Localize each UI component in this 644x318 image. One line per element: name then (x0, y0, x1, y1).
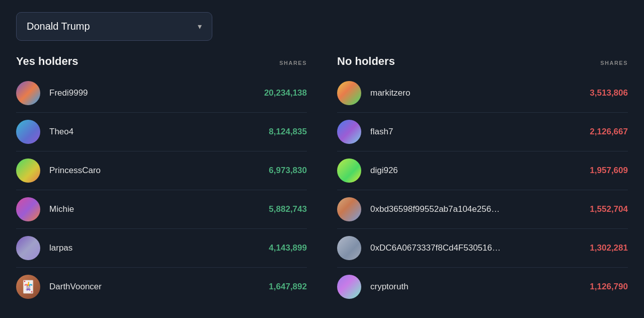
holder-name: PrincessCaro (49, 166, 180, 176)
avatar (337, 81, 361, 105)
table-row[interactable]: Theo48,124,835 (16, 113, 307, 151)
holder-shares: 8,124,835 (269, 127, 307, 137)
holder-name: 0xDC6A0673337f8Cd4F530516473 (370, 243, 501, 253)
table-row[interactable]: Michie5,882,743 (16, 190, 307, 229)
avatar (16, 197, 40, 221)
holder-shares: 1,126,790 (590, 282, 628, 292)
holder-name: Michie (49, 204, 180, 214)
holder-shares: 2,126,667 (590, 127, 628, 137)
holder-shares: 3,513,806 (590, 88, 628, 98)
yes-column-title: Yes holders (16, 55, 78, 68)
holder-name: cryptoruth (370, 282, 501, 292)
yes-column-header: Yes holders SHARES (16, 55, 307, 70)
subject-dropdown[interactable]: Donald Trump ▾ (16, 12, 212, 41)
avatar (16, 81, 40, 105)
table-row[interactable]: PrincessCaro6,973,830 (16, 151, 307, 190)
holder-shares: 6,973,830 (269, 166, 307, 176)
holder-shares: 1,552,704 (590, 204, 628, 214)
holder-name: Fredi9999 (49, 88, 180, 98)
holder-shares: 1,957,609 (590, 166, 628, 176)
table-row[interactable]: Fredi999920,234,138 (16, 74, 307, 113)
dropdown-label: Donald Trump (27, 21, 90, 32)
holder-name: Theo4 (49, 127, 180, 137)
holders-columns: Yes holders SHARES Fredi999920,234,138Th… (16, 55, 628, 306)
holder-shares: 1,647,892 (269, 282, 307, 292)
holder-name: markitzero (370, 88, 501, 98)
holder-shares: 20,234,138 (264, 88, 307, 98)
table-row[interactable]: larpas4,143,899 (16, 229, 307, 268)
holder-shares: 4,143,899 (269, 243, 307, 253)
table-row[interactable]: digi9261,957,609 (337, 151, 628, 190)
holder-name: digi926 (370, 166, 501, 176)
table-row[interactable]: 🃏DarthVooncer1,647,892 (16, 268, 307, 306)
no-holders-list: markitzero3,513,806flash72,126,667digi92… (337, 74, 628, 306)
table-row[interactable]: 0xDC6A0673337f8Cd4F5305164731,302,281 (337, 229, 628, 268)
yes-shares-label: SHARES (279, 60, 307, 66)
holder-name: 0xbd36598f99552ab7a104e256344 (370, 204, 501, 214)
avatar (16, 120, 40, 144)
yes-holders-list: Fredi999920,234,138Theo48,124,835Princes… (16, 74, 307, 306)
yes-holders-column: Yes holders SHARES Fredi999920,234,138Th… (16, 55, 307, 306)
holder-shares: 5,882,743 (269, 204, 307, 214)
chevron-down-icon: ▾ (198, 22, 202, 31)
holder-name: flash7 (370, 127, 501, 137)
avatar (16, 158, 40, 183)
avatar (337, 275, 361, 299)
avatar (16, 236, 40, 260)
avatar (337, 197, 361, 221)
dropdown-container: Donald Trump ▾ (16, 12, 628, 41)
no-column-header: No holders SHARES (337, 55, 628, 70)
table-row[interactable]: markitzero3,513,806 (337, 74, 628, 113)
no-holders-column: No holders SHARES markitzero3,513,806fla… (337, 55, 628, 306)
avatar: 🃏 (16, 275, 40, 299)
table-row[interactable]: cryptoruth1,126,790 (337, 268, 628, 306)
holder-name: DarthVooncer (49, 282, 180, 292)
no-shares-label: SHARES (600, 60, 628, 66)
table-row[interactable]: flash72,126,667 (337, 113, 628, 151)
holder-shares: 1,302,281 (590, 243, 628, 253)
no-column-title: No holders (337, 55, 395, 68)
avatar (337, 236, 361, 260)
avatar (337, 120, 361, 144)
avatar (337, 158, 361, 183)
holder-name: larpas (49, 243, 180, 253)
table-row[interactable]: 0xbd36598f99552ab7a104e2563441,552,704 (337, 190, 628, 229)
